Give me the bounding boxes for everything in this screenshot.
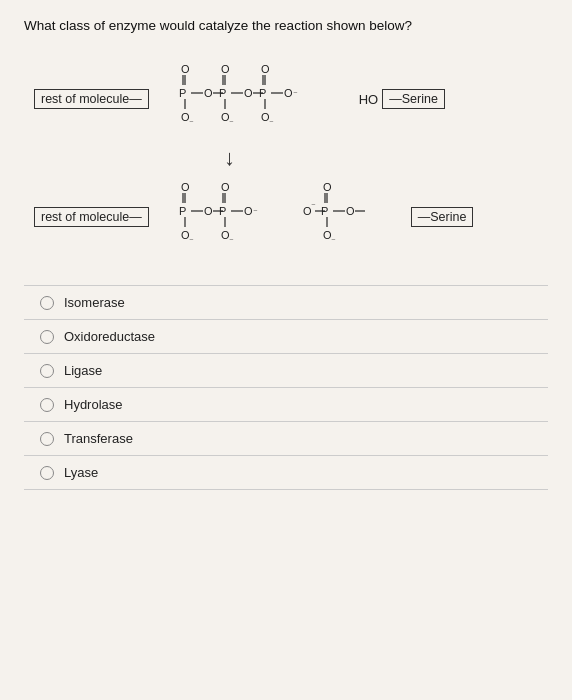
option-item-hydrolase[interactable]: Hydrolase [24,388,548,422]
option-item-lyase[interactable]: Lyase [24,456,548,490]
svg-text:P: P [179,205,186,217]
svg-text:P: P [219,205,226,217]
radio-transferase[interactable] [40,432,54,446]
options-area: IsomeraseOxidoreductaseLigaseHydrolaseTr… [24,285,548,490]
svg-text:O: O [204,205,213,217]
question-text: What class of enzyme would catalyze the … [24,18,548,33]
svg-text:P: P [219,87,226,99]
svg-text:P: P [179,87,186,99]
svg-text:⁻: ⁻ [189,236,194,246]
svg-text:P: P [259,87,266,99]
down-arrow-icon: ↓ [224,147,235,169]
svg-text:O: O [244,205,253,217]
bottom-left-label: rest of molecule— [41,210,142,224]
radio-isomerase[interactable] [40,296,54,310]
option-label-transferase: Transferase [64,431,133,446]
ho-label: HO [359,92,379,107]
svg-text:O: O [323,181,332,193]
option-item-transferase[interactable]: Transferase [24,422,548,456]
bottom-serine-group: O ⁻ O P O ⁻ O [301,177,476,257]
option-label-lyase: Lyase [64,465,98,480]
top-molecule-box: rest of molecule— [34,89,149,109]
option-item-ligase[interactable]: Ligase [24,354,548,388]
radio-ligase[interactable] [40,364,54,378]
svg-text:O: O [221,63,230,75]
option-label-oxidoreductase: Oxidoreductase [64,329,155,344]
reaction-arrow: ↓ [34,147,235,169]
svg-text:⁻: ⁻ [229,118,234,128]
bottom-phosphate-chain: O P O ⁻ O O P O ⁻ O [151,177,291,257]
svg-text:O: O [221,181,230,193]
top-left-label: rest of molecule— [41,92,142,106]
svg-text:O: O [204,87,213,99]
reaction-area: rest of molecule— O P O ⁻ O [24,51,548,257]
svg-text:⁻: ⁻ [293,89,298,99]
svg-text:O: O [346,205,355,217]
serine-box-bottom: —Serine [411,207,474,227]
radio-oxidoreductase[interactable] [40,330,54,344]
svg-text:O: O [181,181,190,193]
svg-text:O: O [261,63,270,75]
option-item-oxidoreductase[interactable]: Oxidoreductase [24,320,548,354]
serine-box-top: —Serine [382,89,445,109]
svg-text:⁻: ⁻ [269,118,274,128]
svg-text:⁻: ⁻ [253,207,258,217]
radio-hydrolase[interactable] [40,398,54,412]
option-label-isomerase: Isomerase [64,295,125,310]
bottom-molecule-box: rest of molecule— [34,207,149,227]
svg-text:O: O [244,87,253,99]
svg-text:O: O [284,87,293,99]
svg-text:⁻: ⁻ [229,236,234,246]
svg-text:⁻: ⁻ [311,201,316,211]
bottom-serine-phosphate: O ⁻ O P O ⁻ O [301,177,411,257]
top-serine-group: HO —Serine [359,89,447,109]
top-phosphate-chain: O P O ⁻ O O P [151,59,351,139]
svg-text:O: O [181,63,190,75]
option-label-ligase: Ligase [64,363,102,378]
option-item-isomerase[interactable]: Isomerase [24,286,548,320]
svg-text:⁻: ⁻ [331,236,336,246]
svg-text:⁻: ⁻ [189,118,194,128]
radio-lyase[interactable] [40,466,54,480]
svg-text:P: P [321,205,328,217]
option-label-hydrolase: Hydrolase [64,397,123,412]
